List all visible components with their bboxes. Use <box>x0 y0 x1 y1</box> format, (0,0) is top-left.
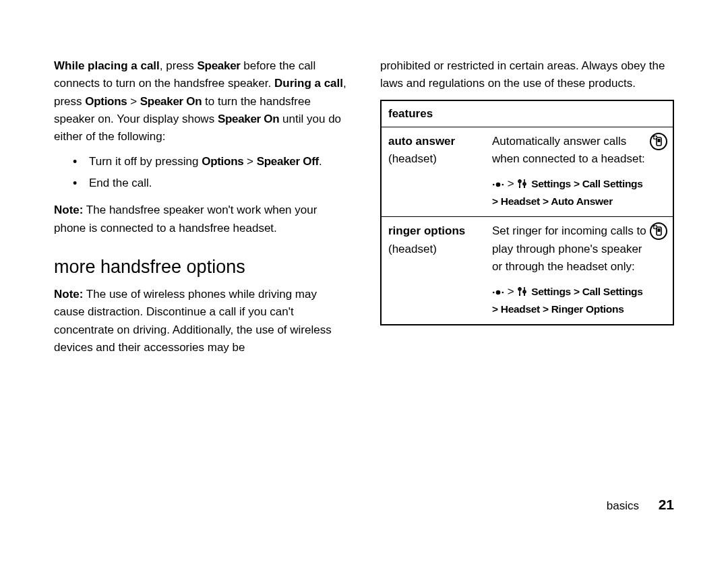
sep: > <box>508 285 518 298</box>
table-row: ringer options (headset) Set ringer for … <box>381 217 673 325</box>
feature-title: auto answer <box>388 135 455 148</box>
svg-point-6 <box>496 183 501 187</box>
feature-desc-cell: Set ringer for incoming calls to play th… <box>485 217 673 325</box>
svg-point-8 <box>502 184 504 186</box>
feature-desc-cell: Automatically answer calls when connecte… <box>485 127 673 217</box>
svg-rect-2 <box>658 139 661 142</box>
ui-speaker-on: Speaker On <box>140 95 202 108</box>
svg-point-16 <box>493 292 495 294</box>
page-number: 21 <box>659 497 674 512</box>
continuation-paragraph: prohibited or restricted in certain area… <box>380 57 674 93</box>
svg-point-7 <box>493 184 495 186</box>
feature-subtitle: (headset) <box>388 152 437 165</box>
ui-options: Options <box>202 155 243 168</box>
feature-title: ringer options <box>388 224 465 237</box>
svg-rect-11 <box>658 228 661 232</box>
nav-path: > Settings > Call Settings > Headset > R… <box>492 283 648 318</box>
columns: While placing a call, press Speaker befo… <box>54 57 674 363</box>
note-label: Note: <box>54 204 83 216</box>
svg-point-17 <box>502 292 504 294</box>
feature-subtitle: (headset) <box>388 243 437 255</box>
left-column: While placing a call, press Speaker befo… <box>54 57 348 363</box>
footer-section: basics <box>607 499 639 512</box>
features-header: features <box>381 100 673 127</box>
note2-label: Note: <box>54 288 83 301</box>
bold-during-call: During a call <box>274 77 343 90</box>
sep: > <box>508 177 518 190</box>
features-table: features auto answer (headset) A <box>380 100 674 326</box>
optional-icon <box>650 133 667 156</box>
settings-icon <box>517 175 528 193</box>
feature-name-cell: ringer options (headset) <box>381 217 485 325</box>
center-key-icon <box>492 175 504 193</box>
right-column: prohibited or restricted in certain area… <box>380 57 674 363</box>
note2-text: The use of wireless phones while driving… <box>54 288 332 354</box>
ui-speaker: Speaker <box>198 59 241 72</box>
table-row: auto answer (headset) Automatically answ… <box>381 127 673 217</box>
note-text: The handsfree speaker won't work when yo… <box>54 204 317 234</box>
bullet-item-2: End the call. <box>73 175 348 192</box>
bullet-item-1: Turn it off by pressing Options > Speake… <box>73 153 348 170</box>
optional-icon <box>650 222 667 245</box>
note-paragraph: Note: The handsfree speaker won't work w… <box>54 201 348 237</box>
page: While placing a call, press Speaker befo… <box>0 0 728 562</box>
text: , press <box>160 59 198 72</box>
feature-name-cell: auto answer (headset) <box>381 127 485 217</box>
feature-desc: Set ringer for incoming calls to play th… <box>492 224 646 273</box>
center-key-icon <box>492 283 504 301</box>
text: > <box>127 95 140 108</box>
settings-icon <box>517 283 528 301</box>
feature-desc: Automatically answer calls when connecte… <box>492 135 645 165</box>
paragraph-placing-call: While placing a call, press Speaker befo… <box>54 57 348 146</box>
ui-speaker-off: Speaker Off <box>257 155 319 168</box>
text: . <box>319 155 322 168</box>
text: Turn it off by pressing <box>89 155 202 168</box>
bold-while-placing: While placing a call <box>54 59 160 72</box>
section-heading: more handsfree options <box>54 253 348 282</box>
text: > <box>243 155 256 168</box>
nav-path: > Settings > Call Settings > Headset > A… <box>492 175 648 210</box>
svg-point-15 <box>496 290 501 295</box>
bullet-list: Turn it off by pressing Options > Speake… <box>54 153 348 193</box>
page-footer: basics 21 <box>607 494 674 516</box>
ui-speaker-on-2: Speaker On <box>218 113 280 125</box>
ui-options: Options <box>85 95 127 108</box>
note2-paragraph: Note: The use of wireless phones while d… <box>54 286 348 356</box>
